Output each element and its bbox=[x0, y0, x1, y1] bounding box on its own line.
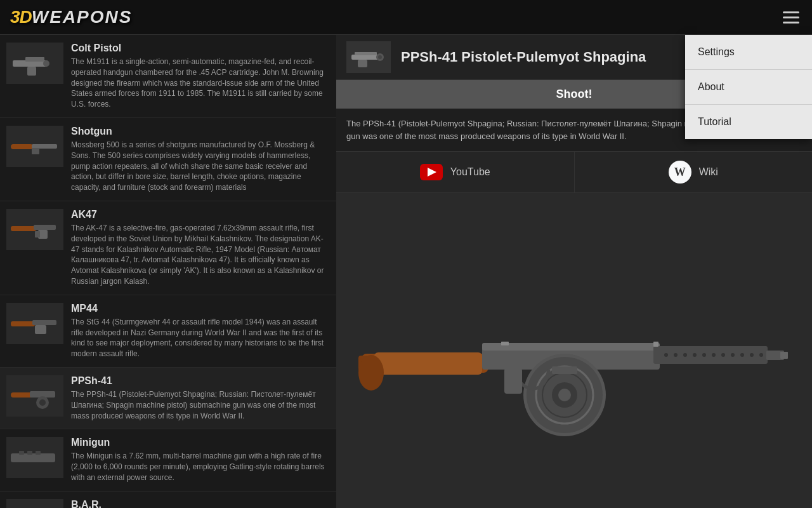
svg-rect-8 bbox=[34, 225, 56, 230]
weapon-model-svg bbox=[336, 255, 812, 446]
weapon-thumbnail bbox=[6, 499, 63, 508]
svg-rect-56 bbox=[552, 366, 577, 374]
weapon-thumbnail bbox=[6, 43, 63, 84]
svg-point-40 bbox=[693, 353, 697, 357]
weapon-description: The AK-47 is a selective-fire, gas-opera… bbox=[71, 223, 330, 287]
weapon-thumbnail bbox=[6, 209, 63, 250]
weapon-name: Colt Pistol bbox=[71, 43, 330, 54]
weapon-name: PPSh-41 bbox=[71, 375, 330, 387]
play-triangle bbox=[428, 168, 436, 177]
weapon-description: The M1911 is a single-action, semi-autom… bbox=[71, 57, 330, 110]
wiki-label: Wiki bbox=[699, 166, 718, 178]
svg-rect-1 bbox=[25, 57, 44, 62]
detail-title: PPSh-41 Pistolet-Pulemyot Shpagina bbox=[401, 49, 646, 65]
svg-point-43 bbox=[721, 353, 725, 357]
logo-3d-text: 3D bbox=[10, 7, 32, 27]
weapon-name: AK47 bbox=[71, 209, 330, 220]
model-view bbox=[336, 193, 812, 508]
svg-point-33 bbox=[358, 355, 384, 391]
detail-thumbnail bbox=[346, 41, 391, 73]
svg-rect-27 bbox=[358, 60, 367, 67]
svg-rect-10 bbox=[35, 231, 40, 237]
menu-item-about[interactable]: About bbox=[685, 70, 812, 105]
svg-point-45 bbox=[740, 353, 744, 357]
svg-point-44 bbox=[731, 353, 735, 357]
wiki-button[interactable]: W Wiki bbox=[574, 152, 813, 192]
youtube-label: YouTube bbox=[450, 166, 490, 178]
weapon-description: The StG 44 (Sturmgewehr 44 or assault ri… bbox=[71, 317, 330, 359]
hamburger-icon bbox=[783, 11, 799, 23]
menu-item-tutorial[interactable]: Tutorial bbox=[685, 105, 812, 139]
weapon-name: MP44 bbox=[71, 303, 330, 314]
weapon-list-item[interactable]: AK47 The AK-47 is a selective-fire, gas-… bbox=[0, 201, 336, 295]
weapon-thumbnail bbox=[6, 126, 63, 167]
svg-rect-20 bbox=[27, 451, 32, 455]
svg-rect-26 bbox=[355, 52, 377, 55]
svg-rect-2 bbox=[27, 67, 36, 76]
svg-rect-58 bbox=[653, 342, 658, 347]
svg-point-53 bbox=[558, 389, 571, 401]
weapon-list-item[interactable]: Colt Pistol The M1911 is a single-action… bbox=[0, 35, 336, 118]
svg-point-37 bbox=[664, 353, 668, 357]
svg-rect-59 bbox=[501, 342, 509, 345]
weapon-name: Minigun bbox=[71, 437, 330, 448]
weapon-name: Shotgun bbox=[71, 126, 330, 137]
svg-rect-57 bbox=[504, 368, 522, 394]
svg-rect-18 bbox=[11, 453, 55, 462]
svg-point-41 bbox=[702, 353, 706, 357]
svg-point-3 bbox=[43, 60, 49, 67]
weapon-list-item[interactable]: MP44 The StG 44 (Sturmgewehr 44 or assau… bbox=[0, 295, 336, 368]
weapon-list-item[interactable]: Minigun The Minigun is a 7.62 mm, multi-… bbox=[0, 429, 336, 491]
svg-point-38 bbox=[674, 353, 678, 357]
svg-point-29 bbox=[378, 55, 382, 59]
weapon-thumbnail bbox=[6, 375, 63, 417]
menu-item-settings[interactable]: Settings bbox=[685, 35, 812, 70]
svg-point-39 bbox=[683, 353, 687, 357]
svg-point-42 bbox=[712, 353, 716, 357]
svg-rect-7 bbox=[11, 226, 36, 231]
svg-point-17 bbox=[39, 399, 46, 406]
svg-rect-4 bbox=[11, 144, 33, 149]
svg-rect-49 bbox=[780, 352, 788, 359]
svg-rect-12 bbox=[32, 320, 56, 325]
weapon-description: The Minigun is a 7.62 mm, multi-barrel m… bbox=[71, 451, 330, 483]
weapons-sidebar: Colt Pistol The M1911 is a single-action… bbox=[0, 35, 336, 508]
youtube-icon bbox=[420, 164, 443, 180]
wikipedia-icon: W bbox=[669, 161, 691, 184]
svg-rect-13 bbox=[35, 325, 46, 334]
weapon-thumbnail bbox=[6, 437, 63, 478]
header: 3D WEAPONS bbox=[0, 0, 812, 35]
weapon-list-item[interactable]: PPSh-41 The PPSh-41 (Pistolet-Pulemyot S… bbox=[0, 368, 336, 429]
menu-button[interactable] bbox=[780, 9, 802, 26]
logo-weapons-text: WEAPONS bbox=[32, 7, 133, 27]
dropdown-menu: Settings About Tutorial bbox=[685, 35, 812, 139]
svg-point-47 bbox=[759, 353, 763, 357]
weapon-list-item[interactable]: Shotgun Mossberg 500 is a series of shot… bbox=[0, 118, 336, 201]
weapon-name: B.A.R. bbox=[71, 499, 330, 508]
svg-point-46 bbox=[750, 353, 754, 357]
svg-rect-14 bbox=[11, 392, 33, 398]
youtube-button[interactable]: YouTube bbox=[336, 152, 574, 192]
svg-rect-32 bbox=[374, 352, 482, 375]
svg-rect-19 bbox=[19, 451, 24, 455]
weapon-description: The PPSh-41 (Pistolet-Pulemyot Shpagina;… bbox=[71, 389, 330, 421]
svg-rect-11 bbox=[11, 321, 35, 326]
weapon-list-item[interactable]: B.A.R. bbox=[0, 491, 336, 508]
app-logo: 3D WEAPONS bbox=[10, 7, 132, 27]
weapon-thumbnail bbox=[6, 303, 63, 344]
svg-rect-6 bbox=[32, 148, 39, 154]
links-row: YouTube W Wiki bbox=[336, 151, 812, 193]
weapon-description: Mossberg 500 is a series of shotguns man… bbox=[71, 140, 330, 193]
svg-rect-5 bbox=[32, 144, 57, 149]
svg-rect-21 bbox=[36, 451, 41, 455]
